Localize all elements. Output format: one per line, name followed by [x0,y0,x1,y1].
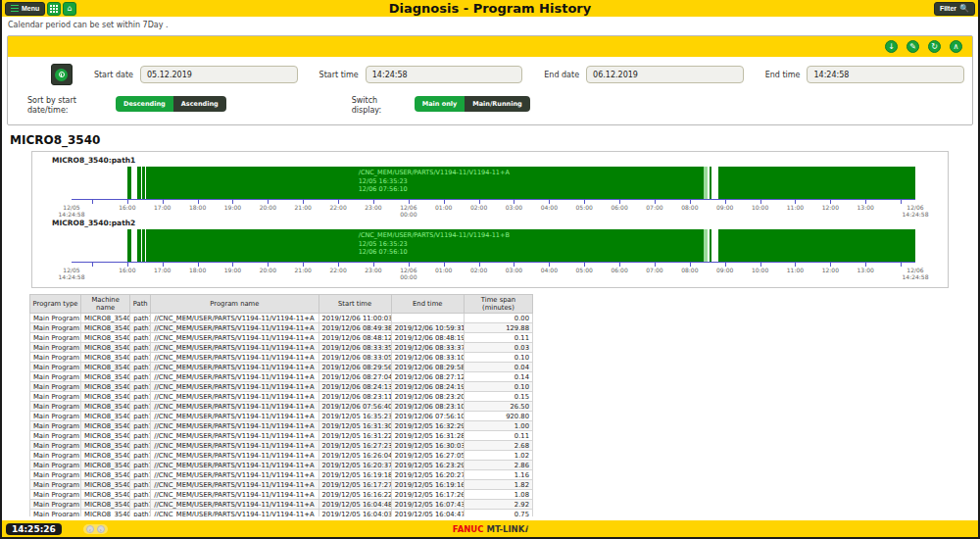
table-cell: 0.04 [464,363,532,372]
machine-title: MICRO8_3540 [10,133,978,147]
program-run-bar[interactable] [704,229,708,262]
refresh-icon[interactable]: ↻ [928,40,941,53]
table-cell: 2019/12/06 08:23:20 [391,392,464,402]
calendar-period-notice: Calendar period can be set within 7Day . [2,17,978,32]
table-row[interactable]: Main ProgramMICRO8_3540path1//CNC_MEM/US… [30,451,533,461]
table-cell: path1 [130,333,151,343]
table-row[interactable]: Main ProgramMICRO8_3540path1//CNC_MEM/US… [30,392,533,402]
table-row[interactable]: Main ProgramMICRO8_3540path1//CNC_MEM/US… [30,441,533,451]
sort-toggle: Descending Ascending [116,96,226,112]
display-main-running-button[interactable]: Main/Running [465,96,529,112]
end-time-input[interactable] [807,66,964,83]
sort-ascending-button[interactable]: Ascending [173,96,226,112]
table-cell: 0.10 [464,382,532,392]
table-cell: path1 [130,500,151,510]
table-cell: Main Program [30,402,81,412]
filter-button[interactable]: Filter 🔍 [934,2,975,16]
table-cell: MICRO8_3540 [81,510,130,517]
program-run-bar[interactable] [129,229,131,262]
start-date-input[interactable] [140,66,298,83]
program-run-bar[interactable] [142,167,144,199]
table-cell: 0.14 [464,372,532,382]
program-annotation: /CNC_MEM/USER/PARTS/V1194-11/V1194-11+A1… [359,169,510,194]
display-toggle: Main only Main/Running [415,96,530,112]
table-cell: 2019/12/05 16:07:43 [391,500,464,510]
table-row[interactable]: Main ProgramMICRO8_3540path1//CNC_MEM/US… [30,421,533,431]
column-header: Program name [151,295,318,314]
filter-card: ↓ ✎ ↻ ∧ Start date Start time End date E… [7,35,973,125]
table-cell: 2019/12/06 08:29:58 [391,363,464,372]
program-history-chart: MICRO8_3540:path1/CNC_MEM/USER/PARTS/V11… [31,151,949,288]
table-cell: MICRO8_3540 [81,353,130,363]
program-run-bar[interactable] [137,167,141,199]
table-row[interactable]: Main ProgramMICRO8_3540path1//CNC_MEM/US… [30,314,533,323]
table-cell: //CNC_MEM/USER/PARTS/V1194-11/V1194-11+A [151,363,318,372]
table-row[interactable]: Main ProgramMICRO8_3540path1//CNC_MEM/US… [30,402,533,412]
download-icon[interactable]: ↓ [885,40,898,53]
start-time-input[interactable] [366,66,523,83]
table-row[interactable]: Main ProgramMICRO8_3540path1//CNC_MEM/US… [30,343,533,353]
table-row[interactable]: Main ProgramMICRO8_3540path1//CNC_MEM/US… [30,500,533,510]
program-run-bar[interactable] [704,167,708,199]
table-cell: Main Program [30,510,81,517]
table-row[interactable]: Main ProgramMICRO8_3540path1//CNC_MEM/US… [30,353,533,363]
table-row[interactable]: Main ProgramMICRO8_3540path1//CNC_MEM/US… [30,412,533,421]
table-cell: MICRO8_3540 [81,412,130,421]
program-run-bar[interactable] [710,167,711,199]
table-cell: MICRO8_3540 [81,382,130,392]
table-cell: path1 [130,451,151,461]
table-cell: //CNC_MEM/USER/PARTS/V1194-11/V1194-11+A [151,480,318,490]
table-cell: MICRO8_3540 [81,372,130,382]
menu-button[interactable]: Menu [5,2,45,16]
program-run-bar[interactable] [142,229,144,262]
column-header: Time span (minutes) [464,295,532,314]
search-icon: 🔍 [959,4,969,13]
table-row[interactable]: Main ProgramMICRO8_3540path1//CNC_MEM/US… [30,363,533,372]
end-date-input[interactable] [586,66,744,83]
table-cell: 2019/12/05 16:30:03 [391,441,464,451]
table-row[interactable]: Main ProgramMICRO8_3540path1//CNC_MEM/US… [30,323,533,333]
home-button[interactable]: ⌂ [63,2,76,16]
table-cell: path1 [130,314,151,323]
table-cell: 2.68 [464,441,532,451]
program-run-bar[interactable] [718,167,915,199]
table-cell: 2019/12/05 16:26:04 [318,451,391,461]
table-cell: Main Program [30,451,81,461]
table-row[interactable]: Main ProgramMICRO8_3540path1//CNC_MEM/US… [30,510,533,517]
table-row[interactable]: Main ProgramMICRO8_3540path1//CNC_MEM/US… [30,480,533,490]
table-cell: path1 [130,372,151,382]
collapse-icon[interactable]: ∧ [950,40,962,53]
program-run-bar[interactable] [718,229,915,262]
table-cell: 2019/12/05 16:31:30 [318,421,391,431]
pencil-icon[interactable]: ✎ [906,40,919,53]
table-cell: 0.11 [464,333,532,343]
table-row[interactable]: Main ProgramMICRO8_3540path1//CNC_MEM/US… [30,382,533,392]
column-header: Start time [318,295,391,314]
period-settings-button[interactable] [51,64,73,85]
timeline-bars: /CNC_MEM/USER/PARTS/V1194-11/V1194-11+A1… [72,167,915,199]
table-row[interactable]: Main ProgramMICRO8_3540path1//CNC_MEM/US… [30,372,533,382]
table-row[interactable]: Main ProgramMICRO8_3540path1//CNC_MEM/US… [30,490,533,500]
table-row[interactable]: Main ProgramMICRO8_3540path1//CNC_MEM/US… [30,470,533,480]
table-row[interactable]: Main ProgramMICRO8_3540path1//CNC_MEM/US… [30,431,533,441]
program-run-bar[interactable] [129,167,131,199]
table-cell: 2.86 [464,461,532,470]
program-run-bar[interactable] [710,229,711,262]
table-cell: Main Program [30,461,81,470]
table-row[interactable]: Main ProgramMICRO8_3540path1//CNC_MEM/US… [30,333,533,343]
prev-page-icon[interactable]: ‹ [86,525,94,533]
table-cell: path1 [130,412,151,421]
program-run-bar[interactable] [137,229,141,262]
sort-descending-button[interactable]: Descending [116,96,173,112]
next-page-icon[interactable]: › [97,525,105,533]
table-cell: path1 [130,431,151,441]
table-cell: //CNC_MEM/USER/PARTS/V1194-11/V1194-11+A [151,333,318,343]
table-cell: //CNC_MEM/USER/PARTS/V1194-11/V1194-11+A [151,421,318,431]
table-cell: 2019/12/06 07:56:40 [318,402,391,412]
table-cell: Main Program [30,323,81,333]
table-row[interactable]: Main ProgramMICRO8_3540path1//CNC_MEM/US… [30,461,533,470]
timeline-track: /CNC_MEM/USER/PARTS/V1194-11/V1194-11+A1… [72,167,915,219]
display-main-only-button[interactable]: Main only [415,96,466,112]
apps-grid-button[interactable] [47,2,61,16]
column-header: Path [130,295,151,314]
